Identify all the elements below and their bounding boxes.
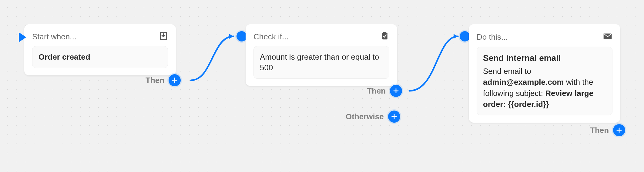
action-inlet — [460, 31, 470, 41]
action-desc-prefix: Send email to — [483, 67, 531, 76]
start-marker-icon — [17, 31, 27, 43]
add-step-button[interactable] — [613, 124, 625, 136]
action-body: Send internal email Send email to admin@… — [477, 47, 612, 115]
action-description: Send email to admin@example.com with the… — [483, 66, 606, 110]
mail-icon — [603, 31, 612, 42]
action-header: Do this... — [477, 31, 612, 42]
condition-inlet — [236, 31, 247, 41]
condition-outlet-then: Then — [367, 85, 402, 97]
trigger-header-title: Start when... — [32, 32, 76, 41]
outlet-label: Then — [367, 86, 386, 96]
action-email: admin@example.com — [483, 78, 564, 87]
add-step-button[interactable] — [390, 85, 402, 97]
condition-header: Check if... — [253, 31, 389, 42]
outlet-label: Then — [146, 76, 164, 85]
action-title: Send internal email — [483, 52, 606, 64]
trigger-node[interactable]: Start when... Order created — [24, 24, 176, 75]
svg-marker-1 — [454, 34, 458, 39]
action-header-title: Do this... — [477, 32, 508, 42]
condition-header-title: Check if... — [253, 32, 289, 41]
outlet-label: Otherwise — [346, 112, 384, 121]
trigger-header: Start when... — [32, 31, 168, 42]
trigger-body: Order created — [32, 46, 168, 68]
download-tray-icon — [159, 31, 168, 42]
add-step-button[interactable] — [388, 111, 400, 123]
clipboard-check-icon — [380, 31, 389, 42]
action-outlet-then: Then — [590, 124, 625, 136]
condition-node[interactable]: Check if... Amount is greater than or eq… — [246, 24, 397, 86]
condition-body: Amount is greater than or equal to 500 — [253, 46, 389, 79]
trigger-outlet-then: Then — [146, 74, 181, 86]
condition-outlet-otherwise: Otherwise — [346, 111, 400, 123]
action-node[interactable]: Do this... Send internal email Send emai… — [469, 24, 620, 123]
svg-rect-3 — [383, 32, 386, 33]
add-step-button[interactable] — [169, 74, 181, 86]
outlet-label: Then — [590, 126, 609, 135]
workflow-canvas[interactable]: Start when... Order created Then Check i… — [0, 0, 644, 172]
svg-marker-0 — [229, 34, 233, 39]
